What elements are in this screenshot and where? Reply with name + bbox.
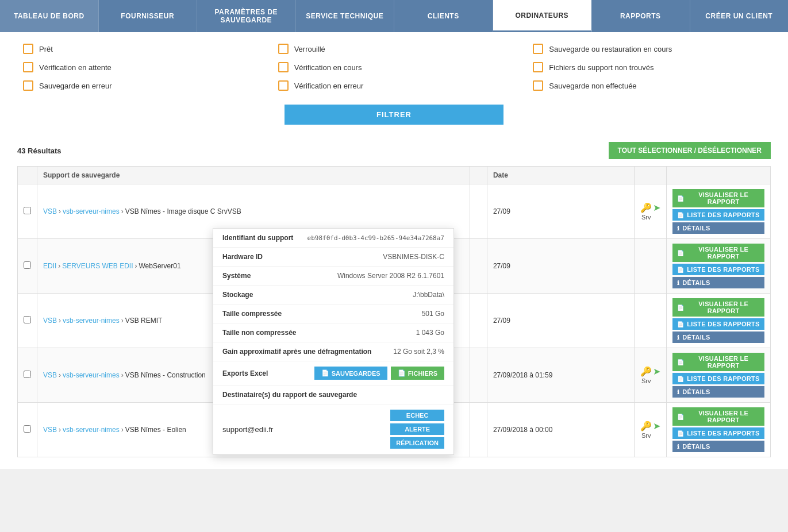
breadcrumb-current: VSB REMIT: [125, 317, 163, 325]
checkbox-verif-attente[interactable]: [23, 62, 33, 72]
checkbox-fichiers-non-trouves[interactable]: [533, 62, 543, 72]
breadcrumb-separator: ›: [121, 207, 124, 215]
breadcrumb-link[interactable]: VSB: [43, 426, 57, 434]
breadcrumb-current: VSB Nîmes - Image disque C SrvVSB: [125, 207, 241, 215]
nav-fournisseur[interactable]: FOURNISSEUR: [99, 0, 198, 32]
breadcrumb-link[interactable]: VSB: [43, 371, 57, 379]
col-header-actions: [667, 167, 771, 184]
row-action-buttons: 📄 VISUALISER LE RAPPORT 📄 LISTE DES RAPP…: [672, 298, 764, 343]
details-button[interactable]: ℹ DÉTAILS: [672, 222, 764, 234]
row-action-buttons: 📄 VISUALISER LE RAPPORT 📄 LISTE DES RAPP…: [672, 353, 764, 398]
label-verif-erreur: Vérification en erreur: [294, 82, 364, 90]
list-icon: 📄: [677, 212, 684, 218]
row-checkbox[interactable]: [24, 261, 31, 269]
popup-row-taille-compresse: Taille compressée 501 Go: [213, 304, 453, 323]
list-icon: 📄: [677, 376, 684, 382]
breadcrumb-link[interactable]: vsb-serveur-nimes: [63, 426, 120, 434]
nav-ordinateurs[interactable]: ORDINATEURS: [493, 0, 592, 32]
nav-service-technique[interactable]: SERVICE TECHNIQUE: [296, 0, 395, 32]
info-icon: ℹ: [677, 280, 679, 286]
filter-btn-row: FILTRER: [23, 105, 765, 125]
breadcrumb-separator: ›: [59, 317, 61, 325]
filter-item-verif-erreur: Vérification en erreur: [278, 80, 510, 91]
popup-identifiant-value: eb98f0fd-d0b3-4c99-b265-94e34a7268a7: [307, 234, 444, 242]
row-checkbox[interactable]: [24, 425, 31, 433]
breadcrumb-link[interactable]: vsb-serveur-nimes: [63, 207, 120, 215]
nav-tableau-de-bord[interactable]: TABLEAU DE BORD: [0, 0, 99, 32]
details-button[interactable]: ℹ DÉTAILS: [672, 277, 764, 288]
popup-gain-label: Gain approximatif après une défragmentat…: [222, 348, 371, 356]
row-checkbox[interactable]: [24, 316, 31, 323]
breadcrumb-link[interactable]: SERVEURS WEB EDII: [62, 262, 133, 270]
liste-rapports-button[interactable]: 📄 LISTE DES RAPPORTS: [672, 264, 764, 275]
liste-rapports-button[interactable]: 📄 LISTE DES RAPPORTS: [672, 318, 764, 330]
checkbox-sauvegarde-non-effectuee[interactable]: [533, 80, 543, 91]
checkbox-pret[interactable]: [23, 44, 33, 54]
col-header-checkbox: [18, 167, 37, 184]
popup-btn-replication[interactable]: RÉPLICATION: [390, 437, 444, 449]
popup-row-email: support@edii.fr ECHEC ALERTE RÉPLICATION: [213, 404, 453, 454]
breadcrumb-link[interactable]: vsb-serveur-nimes: [63, 371, 120, 379]
popup-systeme-value: Windows Server 2008 R2 6.1.7601: [337, 272, 444, 280]
filter-item-verif-attente: Vérification en attente: [23, 62, 255, 72]
breadcrumb-current: VSB Nîmes - Eolien: [125, 426, 186, 434]
visualiser-rapport-button[interactable]: 📄 VISUALISER LE RAPPORT: [672, 407, 764, 426]
nav-parametres-sauvegarde[interactable]: PARAMÈTRES DE SAUVEGARDE: [197, 0, 296, 32]
checkbox-sauvegarde-cours[interactable]: [533, 44, 543, 54]
doc-icon: 📄: [677, 414, 684, 420]
checkbox-verif-cours[interactable]: [278, 62, 289, 72]
visualiser-rapport-button[interactable]: 📄 VISUALISER LE RAPPORT: [672, 244, 764, 262]
breadcrumb-current: VSB Nîmes - Construction: [125, 371, 206, 379]
popup-destinataires-label: Destinataire(s) du rapport de sauvegarde: [222, 391, 357, 399]
breadcrumb-link[interactable]: VSB: [43, 207, 57, 215]
select-all-button[interactable]: TOUT SÉLECTIONNER / DÉSÉLECTIONNER: [609, 142, 771, 159]
popup-stockage-label: Stockage: [222, 291, 253, 299]
row-checkbox[interactable]: [24, 207, 31, 214]
nav-clients[interactable]: CLIENTS: [394, 0, 493, 32]
checkbox-verrouille[interactable]: [278, 44, 289, 54]
row-sort-cell: [470, 348, 487, 403]
breadcrumb-separator: ›: [59, 371, 61, 379]
popup-btn-sauvegardes[interactable]: 📄 SAUVEGARDES: [314, 367, 387, 380]
visualiser-rapport-button[interactable]: 📄 VISUALISER LE RAPPORT: [672, 189, 764, 207]
row-date-cell: 27/09/2018 à 00:00: [487, 403, 634, 457]
breadcrumb-link[interactable]: VSB: [43, 317, 57, 325]
doc-icon-sauvegardes: 📄: [321, 369, 329, 377]
popup-btn-fichiers[interactable]: 📄 FICHIERS: [391, 367, 444, 380]
row-action-buttons: 📄 VISUALISER LE RAPPORT 📄 LISTE DES RAPP…: [672, 189, 764, 234]
visualiser-rapport-button[interactable]: 📄 VISUALISER LE RAPPORT: [672, 353, 764, 371]
col-header-sort: [470, 167, 487, 184]
popup-taille-compresse-value: 501 Go: [422, 310, 444, 318]
nav-creer-client[interactable]: CRÉER UN CLIENT: [690, 0, 789, 32]
popup-btn-echec[interactable]: ECHEC: [390, 410, 444, 421]
filter-grid: Prêt Verrouillé Sauvegarde ou restaurati…: [23, 44, 765, 91]
liste-rapports-button[interactable]: 📄 LISTE DES RAPPORTS: [672, 373, 764, 384]
row-key-cell: [635, 239, 667, 294]
row-type: Srv: [641, 214, 651, 221]
info-icon: ℹ: [677, 225, 679, 232]
details-button[interactable]: ℹ DÉTAILS: [672, 386, 764, 398]
row-type: Srv: [641, 377, 651, 384]
checkbox-sauvegarde-erreur[interactable]: [23, 80, 33, 91]
popup-email-value: support@edii.fr: [222, 425, 273, 434]
filter-button[interactable]: FILTRER: [285, 105, 503, 125]
details-button[interactable]: ℹ DÉTAILS: [672, 441, 764, 452]
list-icon: 📄: [677, 430, 684, 437]
popup-btn-alerte[interactable]: ALERTE: [390, 423, 444, 435]
visualiser-rapport-button[interactable]: 📄 VISUALISER LE RAPPORT: [672, 298, 764, 317]
liste-rapports-button[interactable]: 📄 LISTE DES RAPPORTS: [672, 209, 764, 221]
key-arrow-icon: 🔑➤: [640, 202, 660, 213]
nav-rapports[interactable]: RAPPORTS: [591, 0, 690, 32]
breadcrumb-link[interactable]: vsb-serveur-nimes: [63, 317, 120, 325]
row-checkbox[interactable]: [24, 371, 31, 378]
label-pret: Prêt: [39, 45, 53, 53]
filter-item-sauvegarde-cours: Sauvegarde ou restauration en cours: [533, 44, 765, 54]
liste-rapports-button[interactable]: 📄 LISTE DES RAPPORTS: [672, 427, 764, 439]
filter-item-verrouille: Verrouillé: [278, 44, 510, 54]
filter-item-fichiers-non-trouves: Fichiers du support non trouvés: [533, 62, 765, 72]
breadcrumb-current: WebServer01: [139, 262, 180, 270]
details-button[interactable]: ℹ DÉTAILS: [672, 331, 764, 343]
breadcrumb-separator: ›: [59, 207, 61, 215]
breadcrumb-link[interactable]: EDII: [43, 262, 56, 270]
checkbox-verif-erreur[interactable]: [278, 80, 289, 91]
